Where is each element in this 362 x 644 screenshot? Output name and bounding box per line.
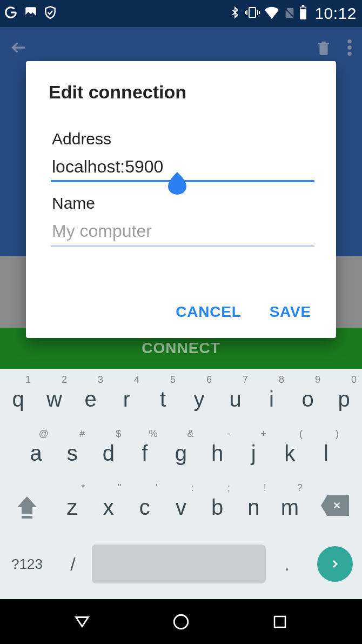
key-v[interactable]: :v xyxy=(163,480,199,534)
svg-rect-3 xyxy=(302,5,305,7)
slash-key[interactable]: / xyxy=(54,534,92,594)
key-x[interactable]: "x xyxy=(90,480,126,534)
space-bar xyxy=(92,545,266,583)
key-hint: ( xyxy=(299,428,303,440)
key-m[interactable]: ?m xyxy=(272,480,308,534)
key-w[interactable]: 2w xyxy=(36,372,72,426)
key-h[interactable]: -h xyxy=(199,426,236,480)
key-k[interactable]: (k xyxy=(272,426,308,480)
name-underline xyxy=(51,245,314,247)
key-p[interactable]: 0p xyxy=(326,372,362,426)
name-field-wrap xyxy=(52,219,313,247)
key-main: p xyxy=(338,387,350,411)
key-hint: ; xyxy=(227,482,230,494)
wifi-icon xyxy=(264,6,280,21)
key-hint: ' xyxy=(156,482,157,494)
key-hint: 1 xyxy=(25,374,31,386)
key-t[interactable]: 5t xyxy=(145,372,181,426)
key-hint: 0 xyxy=(351,374,357,386)
status-time: 10:12 xyxy=(314,4,357,23)
overflow-menu-icon[interactable] xyxy=(347,38,352,59)
key-y[interactable]: 6y xyxy=(181,372,217,426)
name-input[interactable] xyxy=(52,219,313,247)
connect-label: CONNECT xyxy=(142,340,220,357)
key-main: i xyxy=(269,387,274,411)
key-r[interactable]: 4r xyxy=(109,372,145,426)
key-e[interactable]: 3e xyxy=(72,372,109,426)
nav-back-button[interactable] xyxy=(71,611,93,633)
svg-rect-10 xyxy=(274,616,285,627)
text-cursor-handle-icon[interactable] xyxy=(168,172,186,195)
dialog-actions: CANCEL SAVE xyxy=(49,303,313,325)
battery-icon xyxy=(298,5,308,22)
bluetooth-icon xyxy=(229,5,241,22)
no-sim-icon xyxy=(283,5,295,22)
google-g-icon xyxy=(3,5,18,22)
svg-rect-4 xyxy=(301,8,306,10)
key-c[interactable]: 'c xyxy=(126,480,163,534)
vibrate-icon xyxy=(244,5,260,22)
key-main: t xyxy=(160,387,166,411)
key-z[interactable]: *z xyxy=(54,480,90,534)
key-hint: 2 xyxy=(62,374,67,386)
key-main: v xyxy=(176,495,186,520)
key-s[interactable]: #s xyxy=(54,426,90,480)
key-a[interactable]: @a xyxy=(18,426,54,480)
backspace-key[interactable] xyxy=(308,480,362,534)
key-hint: + xyxy=(260,428,266,440)
svg-point-5 xyxy=(347,39,351,43)
name-label: Name xyxy=(52,194,313,213)
key-main: k xyxy=(284,441,295,466)
key-hint: 3 xyxy=(98,374,103,386)
key-hint: 6 xyxy=(206,374,212,386)
key-q[interactable]: 1q xyxy=(0,372,36,426)
key-j[interactable]: +j xyxy=(236,426,272,480)
space-key[interactable] xyxy=(92,534,266,594)
key-i[interactable]: 8i xyxy=(253,372,290,426)
key-main: d xyxy=(103,441,115,466)
key-hint: ? xyxy=(297,482,303,494)
trash-icon[interactable] xyxy=(316,38,332,59)
key-main: y xyxy=(194,387,205,411)
key-b[interactable]: ;b xyxy=(199,480,236,534)
key-main: e xyxy=(84,387,96,411)
navigation-bar xyxy=(0,599,362,644)
nav-home-button[interactable] xyxy=(170,611,192,633)
key-main: n xyxy=(247,495,259,520)
enter-circle xyxy=(317,546,353,582)
key-main: m xyxy=(281,495,299,520)
key-hint: * xyxy=(81,482,85,494)
cancel-button[interactable]: CANCEL xyxy=(176,303,241,321)
save-button[interactable]: SAVE xyxy=(270,303,311,321)
period-key[interactable]: . xyxy=(266,534,308,594)
symbols-key[interactable]: ?123 xyxy=(0,534,54,594)
photos-icon xyxy=(24,5,38,22)
backspace-icon xyxy=(321,495,349,516)
key-main: r xyxy=(123,387,130,411)
key-main: b xyxy=(211,495,223,520)
key-g[interactable]: &g xyxy=(163,426,199,480)
key-d[interactable]: $d xyxy=(90,426,126,480)
key-u[interactable]: 7u xyxy=(217,372,253,426)
key-main: j xyxy=(251,441,256,466)
key-hint: 8 xyxy=(279,374,284,386)
address-label: Address xyxy=(52,130,313,148)
key-hint: " xyxy=(118,482,121,494)
soft-keyboard: 1q2w3e4r5t6y7u8i9o0p @a#s$d%f&g-h+j(k)l … xyxy=(0,369,362,599)
status-bar: 10:12 xyxy=(0,0,362,27)
enter-key[interactable] xyxy=(308,534,362,594)
svg-point-9 xyxy=(174,615,188,629)
key-main: z xyxy=(67,495,78,520)
nav-recents-button[interactable] xyxy=(269,611,291,633)
key-f[interactable]: %f xyxy=(126,426,163,480)
key-main: h xyxy=(211,441,223,466)
shift-key[interactable] xyxy=(0,480,54,534)
svg-point-7 xyxy=(347,52,351,56)
key-hint: & xyxy=(187,428,194,440)
key-n[interactable]: !n xyxy=(236,480,272,534)
key-main: c xyxy=(139,495,150,520)
key-l[interactable]: )l xyxy=(308,426,344,480)
key-hint: # xyxy=(79,428,85,440)
key-o[interactable]: 9o xyxy=(290,372,326,426)
back-arrow-icon[interactable] xyxy=(10,38,28,59)
